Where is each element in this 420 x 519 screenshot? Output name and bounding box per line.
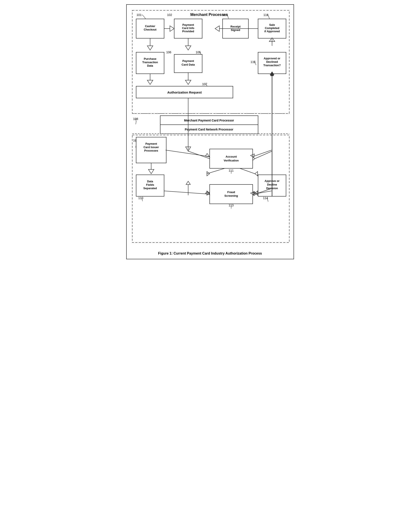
account-verification-box xyxy=(210,149,253,168)
purchase-text1: Purchase xyxy=(144,57,156,60)
approved-text1: Approved or xyxy=(264,57,280,60)
data-fields-text1: Data xyxy=(147,180,153,183)
receipt-signed-text1: Receipt xyxy=(230,25,241,28)
issuer-text3: Processes xyxy=(144,149,158,152)
num-101: 101 xyxy=(136,13,142,16)
num-116: 116 xyxy=(263,13,269,16)
diag-from-issuer-to-av xyxy=(165,150,209,156)
sale-completed-text3: if Approved xyxy=(264,30,280,33)
payment-card-data-text1: Payment xyxy=(182,59,194,63)
merchant-processor-text: Merchant Payment Card Processor xyxy=(184,119,234,122)
merchant-label: Merchant Processes xyxy=(190,13,228,17)
network-processor-text: Payment Card Network Processor xyxy=(185,128,233,131)
figure-caption: Figure 1: Current Payment Card Industry … xyxy=(130,252,290,255)
payment-card-info-text3: Provided xyxy=(182,30,194,33)
data-fields-text2: Fields xyxy=(146,183,154,186)
v-arrow-purchase-head xyxy=(147,80,153,84)
v-arrow-card-info-head xyxy=(185,46,191,50)
num-106: 106 xyxy=(166,51,171,54)
diag-df-to-fs xyxy=(164,191,209,194)
arrow-right-1 xyxy=(170,26,174,31)
receipt-signed-text2: Signed xyxy=(231,28,240,32)
arrow-left-1 xyxy=(215,26,219,31)
diag-arrow-df-fs-head xyxy=(186,181,190,185)
issuer-text2: Card Issuer xyxy=(143,146,159,149)
v-arrow-cashier-head xyxy=(147,46,153,50)
v-arrow-pcd-head xyxy=(185,80,191,84)
fraud-screening-text1: Fraud xyxy=(227,191,235,194)
payment-card-info-text1: Payment xyxy=(182,23,194,26)
data-fields-text3: Separated xyxy=(143,187,157,190)
diagram-outer: Merchant Processes 101 102 117 116 Cashi… xyxy=(126,4,294,259)
purchase-text2: Transaction xyxy=(142,61,158,64)
v-arrow-down-issuer-head xyxy=(148,170,154,174)
account-verification-text1: Account xyxy=(225,155,237,158)
diag-line-ur xyxy=(240,168,255,174)
fraud-screening-text2: Screening xyxy=(224,194,238,197)
account-verification-text2: Verification xyxy=(224,159,239,162)
cashier-checkout-text2: Checkout xyxy=(144,28,157,31)
diag-line-dl xyxy=(207,168,225,174)
authorization-request-text: Authorization Request xyxy=(167,90,202,94)
purchase-text3: Data xyxy=(147,64,153,67)
cashier-checkout-text1: Cashier xyxy=(145,24,155,28)
payment-card-data-text2: Card Data xyxy=(181,63,195,66)
diag-arrow-ur xyxy=(255,171,258,176)
issuer-text1: Payment xyxy=(145,142,157,145)
approved-text2: Declined xyxy=(266,60,278,63)
payment-card-info-text2: Card Info xyxy=(182,26,194,30)
num-101-curve xyxy=(142,15,146,19)
num-105: 105 xyxy=(196,51,201,54)
num-110: 110 xyxy=(138,196,143,200)
diag-arr-issuer-av xyxy=(205,154,210,157)
num-102: 102 xyxy=(167,13,172,16)
num-108-curve2 xyxy=(136,121,136,124)
main-diagram-svg: Merchant Processes 101 102 117 116 Cashi… xyxy=(130,8,291,249)
page-container: Merchant Processes 101 102 117 116 Cashi… xyxy=(126,4,294,259)
num-115: 115 xyxy=(251,60,256,64)
sale-completed-text2: Completed xyxy=(265,26,279,30)
sale-completed-text1: Sale xyxy=(269,23,275,26)
approved-text3: Transaction? xyxy=(263,64,281,67)
